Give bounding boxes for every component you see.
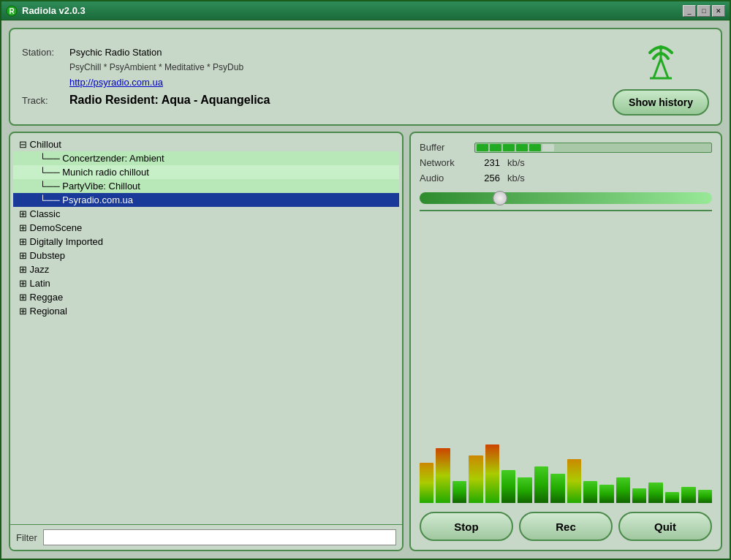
audio-value: 256 <box>474 173 500 183</box>
tree-item-partyvibe[interactable]: └── PartyVibe: Chillout <box>13 179 399 193</box>
volume-track[interactable] <box>420 192 712 204</box>
station-genres: PsyChill * PsyAmbient * Meditative * Psy… <box>69 62 613 72</box>
svg-point-6 <box>659 45 663 50</box>
content-area: Station: Psychic Radio Station PsyChill … <box>1 20 730 559</box>
svg-text:R: R <box>9 7 15 15</box>
stats-section: Buffer Network 231 <box>420 142 712 183</box>
show-history-button[interactable]: Show history <box>613 89 709 116</box>
eq-bar-fill-2 <box>452 481 466 503</box>
title-bar-controls: _ □ ✕ <box>683 5 725 17</box>
title-bar: R Radiola v2.0.3 _ □ ✕ <box>1 1 730 20</box>
svg-line-3 <box>661 58 668 78</box>
eq-bar-5 <box>501 430 515 503</box>
tree-item-classic[interactable]: ⊞ Classic <box>13 207 399 221</box>
volume-slider-container[interactable] <box>420 192 712 204</box>
eq-bar-9 <box>567 430 581 503</box>
audio-row: Audio 256 kb/s <box>420 173 712 183</box>
info-left: Station: Psychic Radio Station PsyChill … <box>22 47 613 107</box>
close-button[interactable]: ✕ <box>712 5 725 17</box>
eq-bar-fill-17 <box>698 490 712 503</box>
tree-item-chillout[interactable]: ⊟ Chillout <box>13 137 399 151</box>
track-row: Track: Radio Resident: Aqua - Aquangelic… <box>22 94 613 107</box>
eq-bar-15 <box>665 430 679 503</box>
tree-item-latin[interactable]: ⊞ Latin <box>13 276 399 290</box>
eq-bar-3 <box>469 430 482 503</box>
window-title: Radiola v2.0.3 <box>22 5 86 16</box>
eq-bar-fill-16 <box>681 487 695 503</box>
app-window: R Radiola v2.0.3 _ □ ✕ Station: Psychic … <box>0 0 731 560</box>
eq-bar-17 <box>698 430 712 503</box>
buffer-seg-3 <box>503 144 515 151</box>
tree-item-regional[interactable]: ⊞ Regional <box>13 304 399 318</box>
info-right: Show history <box>613 38 709 116</box>
minimize-button[interactable]: _ <box>683 5 696 17</box>
stop-button[interactable]: Stop <box>420 512 513 541</box>
eq-bar-16 <box>681 430 695 503</box>
eq-bar-14 <box>648 430 662 503</box>
tree-item-digitally[interactable]: ⊞ Digitally Imported <box>13 235 399 249</box>
eq-bar-13 <box>632 430 646 503</box>
antenna-icon <box>639 38 683 82</box>
tree-item-concertzender[interactable]: └── Concertzender: Ambient <box>13 151 399 165</box>
filter-label: Filter <box>16 532 37 543</box>
audio-label: Audio <box>420 173 467 183</box>
buffer-bar <box>474 143 712 153</box>
eq-bar-4 <box>485 430 499 503</box>
buffer-label: Buffer <box>420 142 467 153</box>
eq-bar-fill-10 <box>583 481 597 503</box>
station-row: Station: Psychic Radio Station <box>22 47 613 58</box>
filter-input[interactable] <box>43 529 396 545</box>
filter-bar: Filter <box>10 524 402 550</box>
eq-bar-fill-5 <box>501 470 515 503</box>
station-name: Psychic Radio Station <box>69 47 162 58</box>
svg-line-2 <box>654 58 661 78</box>
track-label: Track: <box>22 95 62 106</box>
buffer-seg-4 <box>516 144 528 151</box>
track-name: Radio Resident: Aqua - Aquangelica <box>69 94 270 107</box>
rec-button[interactable]: Rec <box>519 512 613 541</box>
eq-bar-11 <box>599 430 613 503</box>
network-unit: kb/s <box>507 157 525 168</box>
tree-item-reggae[interactable]: ⊞ Reggae <box>13 290 399 304</box>
volume-thumb[interactable] <box>493 191 507 205</box>
maximize-button[interactable]: □ <box>697 5 711 17</box>
eq-bar-2 <box>452 430 466 503</box>
network-row: Network 231 kb/s <box>420 157 712 168</box>
tree-item-munich[interactable]: └── Munich radio chillout <box>13 165 399 179</box>
eq-bar-fill-0 <box>420 463 433 503</box>
station-list-container: ⊟ Chillout└── Concertzender: Ambient└── … <box>10 133 402 524</box>
station-url-link[interactable]: http://psyradio.com.ua <box>69 77 613 88</box>
station-tree[interactable]: ⊟ Chillout└── Concertzender: Ambient└── … <box>10 133 402 524</box>
eq-bar-fill-8 <box>550 474 564 503</box>
network-label: Network <box>420 157 467 168</box>
buffer-seg-1 <box>477 144 488 151</box>
tree-item-demoscene[interactable]: ⊞ DemoScene <box>13 221 399 235</box>
eq-container <box>420 210 712 503</box>
eq-bar-fill-7 <box>534 466 548 503</box>
eq-bar-fill-14 <box>648 483 662 503</box>
app-icon: R <box>6 5 18 17</box>
title-bar-left: R Radiola v2.0.3 <box>6 5 86 17</box>
audio-unit: kb/s <box>507 173 525 183</box>
eq-bar-fill-15 <box>665 492 679 503</box>
bottom-area: ⊟ Chillout└── Concertzender: Ambient└── … <box>9 132 722 551</box>
tree-item-dubstep[interactable]: ⊞ Dubstep <box>13 249 399 262</box>
eq-bar-12 <box>616 430 630 503</box>
eq-bar-fill-13 <box>632 488 646 503</box>
buffer-row: Buffer <box>420 142 712 153</box>
tree-item-jazz[interactable]: ⊞ Jazz <box>13 262 399 276</box>
eq-bar-fill-1 <box>436 448 450 503</box>
network-value: 231 <box>474 157 500 168</box>
quit-button[interactable]: Quit <box>618 512 712 541</box>
buffer-seg-5 <box>529 144 541 151</box>
eq-bar-fill-3 <box>469 455 482 503</box>
eq-bar-8 <box>550 430 564 503</box>
buffer-seg-2 <box>490 144 501 151</box>
tree-item-psyradio[interactable]: └── Psyradio.com.ua <box>13 193 399 207</box>
eq-bar-7 <box>534 430 548 503</box>
eq-bar-6 <box>518 430 531 503</box>
info-panel: Station: Psychic Radio Station PsyChill … <box>9 28 722 126</box>
eq-bar-fill-9 <box>567 459 581 503</box>
eq-bar-fill-6 <box>518 477 531 503</box>
eq-bar-0 <box>420 430 433 503</box>
